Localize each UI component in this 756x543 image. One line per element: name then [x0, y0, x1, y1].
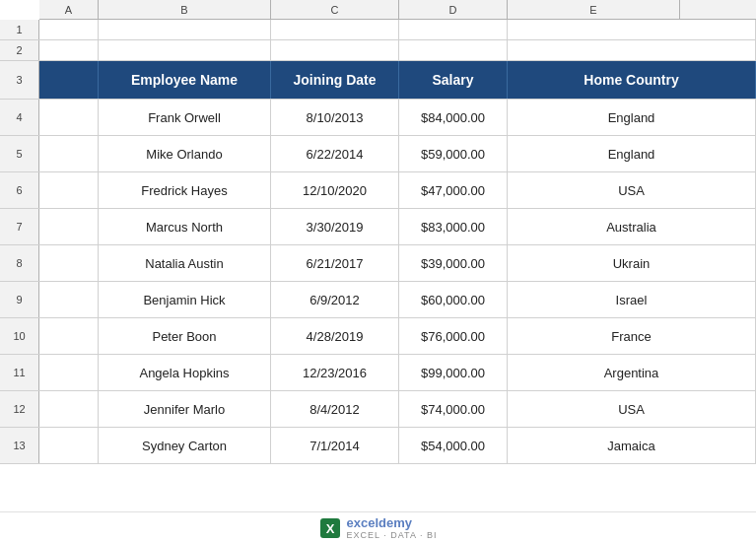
data-cell[interactable]: France	[508, 318, 756, 354]
row-number: 7	[0, 209, 39, 244]
data-cell[interactable]: $39,000.00	[399, 245, 508, 281]
data-cell[interactable]: Ukrain	[508, 245, 756, 281]
col-header-c: C	[271, 0, 399, 19]
data-cell[interactable]: 12/23/2016	[271, 355, 399, 390]
column-headers: A B C D E	[39, 0, 756, 20]
row-number: 12	[0, 391, 39, 427]
data-cell[interactable]: $54,000.00	[399, 428, 508, 463]
spreadsheet: A B C D E 123Employee NameJoining DateSa…	[0, 0, 756, 543]
row-number: 1	[0, 20, 39, 39]
data-cell[interactable]: USA	[508, 172, 756, 208]
data-cell[interactable]	[99, 20, 271, 39]
row-number: 8	[0, 245, 39, 281]
row-number: 6	[0, 172, 39, 208]
row-number: 5	[0, 136, 39, 171]
data-cell[interactable]: $60,000.00	[399, 282, 508, 317]
data-cell[interactable]: 7/1/2014	[271, 428, 399, 463]
data-cell[interactable]	[39, 136, 99, 171]
data-cell[interactable]: Sydney Carton	[99, 428, 271, 463]
data-cell[interactable]: Marcus North	[99, 209, 271, 244]
data-cell[interactable]	[39, 40, 99, 60]
data-cell[interactable]	[39, 209, 99, 244]
data-cell[interactable]	[39, 100, 99, 135]
data-cell[interactable]: 6/9/2012	[271, 282, 399, 317]
data-cell[interactable]: 12/10/2020	[271, 172, 399, 208]
data-cell[interactable]	[39, 355, 99, 390]
data-cell[interactable]: $76,000.00	[399, 318, 508, 354]
data-cell[interactable]	[39, 172, 99, 208]
header-cell[interactable]: Joining Date	[271, 61, 399, 99]
header-cell[interactable]	[39, 61, 99, 99]
col-header-b: B	[99, 0, 271, 19]
data-cell[interactable]	[39, 391, 99, 427]
row-number: 9	[0, 282, 39, 317]
data-cell[interactable]: Benjamin Hick	[99, 282, 271, 317]
data-cell[interactable]: Angela Hopkins	[99, 355, 271, 390]
col-header-a: A	[39, 0, 99, 19]
data-cell[interactable]	[508, 20, 756, 39]
data-cell[interactable]: England	[508, 100, 756, 135]
data-cell[interactable]: Frank Orwell	[99, 100, 271, 135]
table-row: 2	[0, 40, 756, 61]
data-cell[interactable]: Australia	[508, 209, 756, 244]
data-cell[interactable]	[39, 428, 99, 463]
table-row: 5Mike Orlando6/22/2014$59,000.00England	[0, 136, 756, 172]
data-cell[interactable]: $74,000.00	[399, 391, 508, 427]
table-row: 4Frank Orwell8/10/2013$84,000.00England	[0, 100, 756, 136]
data-cell[interactable]: Israel	[508, 282, 756, 317]
data-cell[interactable]	[399, 20, 508, 39]
data-cell[interactable]: Jennifer Marlo	[99, 391, 271, 427]
data-cell[interactable]: $99,000.00	[399, 355, 508, 390]
data-cell[interactable]: $83,000.00	[399, 209, 508, 244]
data-cell[interactable]: 8/4/2012	[271, 391, 399, 427]
data-cell[interactable]: Jamaica	[508, 428, 756, 463]
row-number: 11	[0, 355, 39, 390]
header-cell[interactable]: Employee Name	[99, 61, 271, 99]
data-cell[interactable]	[39, 282, 99, 317]
footer-logo-text: exceldemy	[347, 515, 413, 530]
data-cell[interactable]: Mike Orlando	[99, 136, 271, 171]
data-cell[interactable]: 8/10/2013	[271, 100, 399, 135]
data-cell[interactable]	[39, 245, 99, 281]
table-row: 6Fredrick Hayes12/10/2020$47,000.00USA	[0, 172, 756, 209]
data-cell[interactable]: Argentina	[508, 355, 756, 390]
header-cell[interactable]: Salary	[399, 61, 508, 99]
footer-logo: X exceldemy EXCEL · DATA · BI	[319, 515, 438, 540]
data-cell[interactable]: USA	[508, 391, 756, 427]
data-cell[interactable]: 6/21/2017	[271, 245, 399, 281]
row-number: 3	[0, 61, 39, 99]
table-row: 13Sydney Carton7/1/2014$54,000.00Jamaica	[0, 428, 756, 464]
data-cell[interactable]: 6/22/2014	[271, 136, 399, 171]
footer-sub-text: EXCEL · DATA · BI	[347, 530, 438, 540]
data-cell[interactable]: 4/28/2019	[271, 318, 399, 354]
col-header-d: D	[399, 0, 508, 19]
table-row: 9Benjamin Hick6/9/2012$60,000.00Israel	[0, 282, 756, 318]
table-row: 7Marcus North3/30/2019$83,000.00Australi…	[0, 209, 756, 245]
col-header-e: E	[508, 0, 680, 19]
data-cell[interactable]	[271, 20, 399, 39]
data-cell[interactable]	[508, 40, 756, 60]
footer-text: exceldemy EXCEL · DATA · BI	[347, 515, 438, 540]
data-cell[interactable]: $59,000.00	[399, 136, 508, 171]
data-cell[interactable]: Natalia Austin	[99, 245, 271, 281]
table-row: 3Employee NameJoining DateSalaryHome Cou…	[0, 61, 756, 100]
data-cell[interactable]: $84,000.00	[399, 100, 508, 135]
data-cell[interactable]: England	[508, 136, 756, 171]
data-cell[interactable]	[399, 40, 508, 60]
data-cell[interactable]: Fredrick Hayes	[99, 172, 271, 208]
table-row: 1	[0, 20, 756, 40]
data-cell[interactable]	[271, 40, 399, 60]
data-cell[interactable]: Peter Boon	[99, 318, 271, 354]
table-row: 8Natalia Austin6/21/2017$39,000.00Ukrain	[0, 245, 756, 282]
row-number: 2	[0, 40, 39, 60]
header-cell[interactable]: Home Country	[508, 61, 756, 99]
data-cell[interactable]	[99, 40, 271, 60]
svg-text:X: X	[325, 521, 334, 536]
data-cell[interactable]: $47,000.00	[399, 172, 508, 208]
table-row: 10Peter Boon4/28/2019$76,000.00France	[0, 318, 756, 355]
row-number: 4	[0, 100, 39, 135]
data-cell[interactable]	[39, 20, 99, 39]
row-number: 13	[0, 428, 39, 463]
data-cell[interactable]: 3/30/2019	[271, 209, 399, 244]
data-cell[interactable]	[39, 318, 99, 354]
